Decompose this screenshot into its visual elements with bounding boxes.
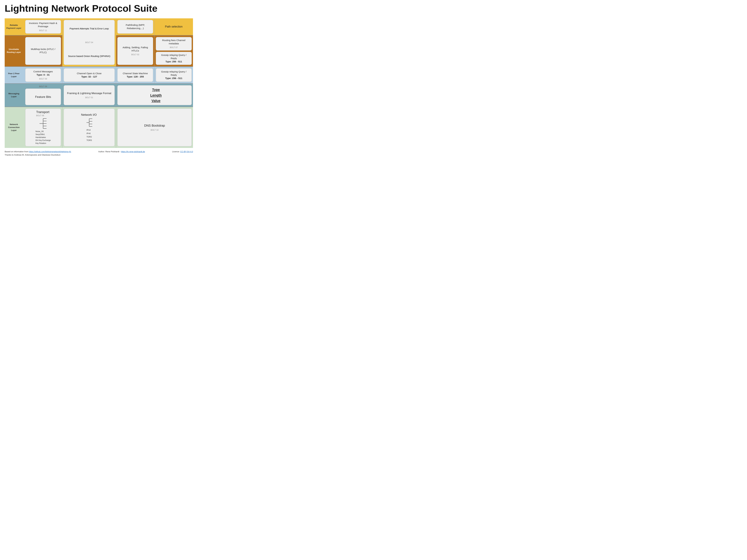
card-multihop-title: Multihop locks (HTLC / PTLC) <box>27 48 59 54</box>
cell-control: Control Messages Type: 0 - 31 BOLT 09 <box>24 67 62 84</box>
label-network: Network Connection Layer <box>5 107 23 148</box>
dns-title: DNS Bootstrap <box>144 124 165 128</box>
card-channel-open: Channel Open & Close Type: 32 - 127 <box>63 68 115 82</box>
cell-pathfinding: Pathfinding (MPP, Rebalancing,...) <box>116 18 155 35</box>
feature-bits-title: Feature Bits <box>35 95 51 99</box>
framing-title: Framing & Lightning Message Format <box>67 91 111 95</box>
card-dns: DNS Bootstrap BOLT 10 <box>117 109 192 146</box>
gossip-p2p-type: Type: 256 - 511 <box>165 77 182 80</box>
card-control: Control Messages Type: 0 - 31 BOLT 09 <box>25 68 61 82</box>
cell-path-selection: Path selection <box>155 18 193 35</box>
dns-bolt: BOLT 10 <box>151 129 159 131</box>
routing-fees-title: Routing fees Channel metadata <box>158 39 190 45</box>
footer-licence: Licence: CC-BY-SA 4.0 <box>172 151 193 153</box>
card-network-io: Network I/O IPv4 IPv6 TOR2 TOR3 <box>63 109 115 146</box>
card-routing-fees: Routing fees Channel metadata BOLT 07 <box>156 37 192 51</box>
channel-state-type: Type: 128 - 255 <box>127 75 144 78</box>
label-p2p: Peer 2 Peer Layer <box>5 67 23 84</box>
cell-multihop: Multihop locks (HTLC / PTLC) <box>24 35 62 67</box>
cell-framing: Framing & Lightning Message Format BOLT … <box>62 84 116 107</box>
control-bolt: BOLT 09 <box>39 77 47 80</box>
diagram: Reliable Payment Layer Invoices: Payment… <box>5 18 193 148</box>
tlv-T: Type <box>152 87 160 92</box>
feature-bolt-tag: BOLT 09 <box>25 85 61 87</box>
card-gossip-p2p: Gossip relaying Query / Reply Type: 256 … <box>156 68 192 82</box>
network-io-branch-icon <box>86 117 93 128</box>
payment-attempts-bolt: BOLT 04 <box>85 41 93 44</box>
card-htlcs-bolt: BOLT 02 <box>131 53 139 56</box>
transport-bolt: BOLT 08 <box>36 114 49 117</box>
label-reliable: Reliable Payment Layer <box>5 18 23 35</box>
footer-github-link[interactable]: https://github.com/lightningnetwork/ligh… <box>29 151 71 153</box>
onion-routing-title: Source based Onion Routing (SPHINX) <box>68 55 110 58</box>
cell-htlcs: Adding, Settling, Failing HTLCs BOLT 02 <box>116 35 155 67</box>
cell-network-io: Network I/O IPv4 IPv6 TOR2 TOR3 <box>62 107 116 148</box>
cell-dns: DNS Bootstrap BOLT 10 <box>116 107 193 148</box>
cell-tlv: Type Length Value <box>116 84 193 107</box>
label-messaging: Messaging Layer <box>5 84 23 107</box>
cell-channel-state: Channel State Machine Type: 128 - 255 <box>116 67 155 84</box>
channel-open-type: Type: 32 - 127 <box>81 75 97 78</box>
footer-thanks: Thanks to Andreas M. Antonopoulos and Ol… <box>5 154 193 156</box>
card-payment-onion: Payment Attempts Trial & Error Loop BOLT… <box>63 20 115 65</box>
path-selection-text: Path selection <box>165 25 183 29</box>
card-invoices: Invoices: Payment Hash & Preimage BOLT 1… <box>25 20 61 33</box>
footer-author-link[interactable]: https://ln.rene-pickhardt.de <box>121 151 145 153</box>
transport-item-secp: Secp256k1 <box>35 133 51 136</box>
network-io-items: IPv4 IPv6 TOR2 TOR3 <box>86 128 92 142</box>
card-multihop: Multihop locks (HTLC / PTLC) <box>25 37 61 65</box>
network-io-ipv6: IPv6 <box>86 132 92 135</box>
card-htlcs: Adding, Settling, Failing HTLCs BOLT 02 <box>117 37 153 65</box>
card-framing: Framing & Lightning Message Format BOLT … <box>63 85 115 105</box>
payment-attempts-title: Payment Attempts Trial & Error Loop <box>70 27 109 30</box>
card-tlv: Type Length Value <box>117 85 192 105</box>
routing-fees-bolt: BOLT 07 <box>170 46 178 49</box>
gossip-p2p-title: Gossip relaying Query / Reply <box>158 70 190 77</box>
transport-branch-lines-icon <box>39 117 47 130</box>
card-feature-bits: Feature Bits <box>25 88 61 105</box>
footer: Based on information from https://github… <box>5 151 193 156</box>
footer-licence-link[interactable]: CC-BY-SA 4.0 <box>180 151 193 153</box>
transport-name: Transport <box>36 110 49 114</box>
cell-transport: Transport BOLT 08 Noise_XK Secp256k1 Han… <box>24 107 62 148</box>
card-invoices-bolt: BOLT 11 <box>39 29 47 32</box>
footer-based-on: Based on information from https://github… <box>5 151 71 153</box>
network-io-tor3: TOR3 <box>86 139 92 142</box>
footer-author: Author: Rene Pickhardt - https://ln.rene… <box>98 151 145 153</box>
page-title: Lightning Network Protocol Suite <box>5 3 193 14</box>
label-unreliable: Unreliable Routing Layer <box>5 35 23 67</box>
card-htlcs-title: Adding, Settling, Failing HTLCs <box>119 46 151 52</box>
transport-label: Transport BOLT 08 <box>36 110 49 117</box>
card-pathfinding: Pathfinding (MPP, Rebalancing,...) <box>117 20 153 33</box>
control-type: Type: 0 - 31 <box>36 73 50 77</box>
card-transport: Transport BOLT 08 Noise_XK Secp256k1 Han… <box>25 109 61 146</box>
cell-invoices: Invoices: Payment Hash & Preimage BOLT 1… <box>24 18 62 35</box>
control-title: Control Messages <box>33 70 53 73</box>
cell-feature-bits: BOLT 09 Feature Bits <box>24 84 62 107</box>
cell-gossip-p2p: Gossip relaying Query / Reply Type: 256 … <box>155 67 193 84</box>
cell-routing-gossip: Routing fees Channel metadata BOLT 07 Go… <box>155 35 193 67</box>
card-channel-state: Channel State Machine Type: 128 - 255 <box>117 68 153 82</box>
transport-item-handshakes: Handshakes <box>35 136 51 139</box>
channel-open-title: Channel Open & Close <box>77 72 102 75</box>
transport-item-keyrot: Key Rotation <box>35 142 51 145</box>
tlv-V: Value <box>151 98 160 103</box>
network-io-tor2: TOR2 <box>86 135 92 139</box>
card-gossip-unreliable: Gossip relaying Query / Reply Type: 256 … <box>156 52 192 65</box>
transport-item-noise: Noise_XK <box>35 130 51 133</box>
gossip-unreliable-title: Gossip relaying Query / Reply <box>158 54 190 60</box>
transport-item-dh: DH Key Exchange <box>35 139 51 142</box>
cell-channel-open: Channel Open & Close Type: 32 - 127 <box>62 67 116 84</box>
transport-items: Noise_XK Secp256k1 Handshakes DH Key Exc… <box>35 130 51 145</box>
card-pathfinding-title: Pathfinding (MPP, Rebalancing,...) <box>119 24 151 30</box>
cell-payment-onion-span: Payment Attempts Trial & Error Loop BOLT… <box>62 18 116 67</box>
network-io-ipv4: IPv4 <box>86 128 92 132</box>
network-io-name: Network I/O <box>81 113 97 117</box>
framing-bolt: BOLT 01 <box>85 96 93 99</box>
gossip-unreliable-type: Type: 256 - 511 <box>165 60 182 63</box>
card-invoices-title: Invoices: Payment Hash & Preimage <box>27 22 59 28</box>
tlv-L: Length <box>150 92 162 98</box>
channel-state-title: Channel State Machine <box>123 72 148 75</box>
